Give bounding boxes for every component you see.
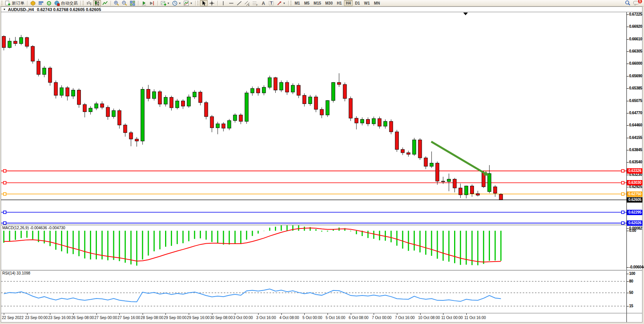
toolbar-grip[interactable] — [83, 1, 84, 5]
time-axis[interactable]: 22 Sep 202223 Sep 00:0023 Sep 16:0026 Se… — [1, 313, 626, 322]
rsi-chart-canvas[interactable]: RSI(14) 33.1098 — [1, 271, 626, 313]
search-icon — [625, 0, 631, 6]
autotrading-button[interactable]: 自动交易 — [53, 0, 79, 6]
price-tick-label: 0.64460 — [629, 123, 642, 128]
rsi-tick-label: 100 — [629, 271, 635, 276]
tf-button-MN[interactable]: MN — [372, 0, 382, 6]
svg-text:T: T — [270, 1, 272, 5]
indicators-button[interactable]: ▼ — [182, 0, 194, 6]
crosshair-button[interactable] — [208, 0, 216, 6]
new-order-icon — [5, 0, 11, 6]
svg-text:F: F — [256, 4, 258, 6]
price-axis[interactable]: 0.672250.669200.666100.663050.660000.656… — [626, 12, 642, 225]
tf-button-M30[interactable]: M30 — [323, 0, 334, 6]
chart-shift-button[interactable] — [148, 0, 156, 6]
market-depth-icon — [38, 0, 44, 6]
new-chart-button[interactable]: ▼ — [159, 0, 171, 6]
main-toolbar: 新订单 自动交易 ▼ ▼ ▼ E F A T ▼ M1M5M15M30H1H4D… — [0, 0, 644, 6]
macd-tick-label: 0.00 — [629, 228, 636, 233]
macd-label: MACD(12,26,9) -0.004636 -0.004730 — [2, 226, 65, 230]
tf-button-M1[interactable]: M1 — [293, 0, 302, 6]
shapes-button[interactable]: ▼ — [275, 0, 287, 6]
chart-symbol-title: AUDUSD-,H4 — [8, 7, 34, 12]
time-tick-label: 22 Sep 2022 — [2, 316, 24, 320]
price-tag: 0.62750 — [627, 192, 642, 197]
equidistant-channel-button[interactable]: E — [243, 0, 251, 6]
time-tick — [119, 313, 120, 315]
price-tick-label: 0.66305 — [629, 49, 642, 54]
time-tick — [351, 313, 351, 315]
toolbar-separator — [217, 1, 218, 6]
candlestick-chart-button[interactable] — [93, 0, 101, 6]
rsi-label: RSI(14) 33.1098 — [2, 271, 30, 275]
fibonacci-button[interactable]: F — [251, 0, 259, 6]
time-tick — [4, 313, 4, 315]
cursor-button[interactable] — [200, 0, 208, 6]
time-tick — [328, 313, 328, 315]
new-order-button[interactable]: 新订单 — [4, 0, 26, 6]
shapes-arrow-icon — [276, 0, 282, 6]
tf-button-D1[interactable]: D1 — [353, 0, 362, 6]
gold-cube-icon — [30, 0, 36, 6]
equidistant-channel-icon: E — [244, 0, 250, 6]
toolbar-grip[interactable] — [2, 1, 3, 5]
tf-button-H1[interactable]: H1 — [335, 0, 344, 6]
bar-chart-button[interactable] — [85, 0, 93, 6]
time-tick-label: 3 Oct 16:00 — [256, 316, 276, 320]
vertical-line-button[interactable] — [219, 0, 227, 6]
tf-button-H4[interactable]: H4 — [344, 0, 353, 6]
chevron-down-icon: ▼ — [178, 2, 181, 5]
auto-scroll-button[interactable] — [140, 0, 148, 6]
price-tick-label: 0.63540 — [629, 160, 642, 164]
metaeditor-button[interactable] — [29, 0, 37, 6]
zoom-in-icon — [114, 0, 119, 6]
chevron-down-icon: ▼ — [190, 2, 193, 5]
zoom-in-button[interactable] — [112, 0, 120, 6]
signal-icon — [46, 0, 52, 6]
tile-windows-icon — [130, 0, 135, 6]
market-depth-button[interactable] — [37, 0, 45, 6]
text-button[interactable]: A — [259, 0, 267, 6]
price-chart-canvas[interactable] — [1, 12, 626, 225]
rsi-tick-label: 50 — [629, 290, 633, 295]
time-tick-label: 6 Oct 08:00 — [349, 316, 369, 320]
time-tick-label: 26 Sep 08:00 — [71, 316, 94, 320]
indicators-icon — [183, 0, 189, 6]
periodicity-button[interactable]: ▼ — [171, 0, 182, 6]
price-tick-label: 0.64155 — [629, 136, 642, 140]
search-button[interactable] — [623, 0, 632, 6]
rsi-axis[interactable]: 100805015 — [626, 271, 642, 313]
line-chart-icon — [102, 0, 108, 6]
zoom-out-button[interactable] — [120, 0, 128, 6]
chart-dropdown-icon[interactable]: ▼ — [3, 8, 6, 11]
signals-button[interactable] — [45, 0, 53, 6]
line-chart-button[interactable] — [101, 0, 109, 6]
zoom-out-icon — [122, 0, 127, 6]
vertical-line-icon — [220, 0, 226, 6]
tile-windows-button[interactable] — [128, 0, 137, 6]
notification-badge: 1 — [638, 0, 642, 4]
notifications-button[interactable]: 1 — [632, 0, 641, 6]
macd-axis[interactable]: 0.000820.00-0.006044 — [626, 225, 642, 270]
time-tick — [397, 313, 397, 315]
time-tick — [466, 313, 467, 315]
macd-chart-canvas[interactable]: MACD(12,26,9) -0.004636 -0.004730 — [1, 225, 626, 270]
time-axis-row: 22 Sep 202223 Sep 00:0023 Sep 16:0026 Se… — [1, 313, 642, 322]
price-tick-label: 0.64770 — [629, 111, 642, 115]
tf-button-M5[interactable]: M5 — [302, 0, 312, 6]
tf-button-W1[interactable]: W1 — [362, 0, 372, 6]
toolbar-separator — [138, 1, 138, 6]
toolbar-grip[interactable] — [198, 1, 199, 5]
rsi-pane-row: RSI(14) 33.1098 100805015 — [1, 271, 642, 313]
horizontal-line-icon — [228, 0, 234, 6]
text-label-button[interactable]: T — [267, 0, 275, 6]
tf-button-M15[interactable]: M15 — [312, 0, 323, 6]
trendline-button[interactable] — [235, 0, 243, 6]
toolbar-grip[interactable] — [291, 1, 292, 5]
chart-title-bar: ▼ AUDUSD-,H4 0.62743 0.62768 0.62605 0.6… — [1, 7, 642, 12]
time-tick-label: 11 Oct 00:00 — [441, 316, 463, 320]
time-tick-label: 28 Sep 08:00 — [141, 316, 164, 320]
toolbar-separator — [111, 1, 111, 6]
horizontal-line-button[interactable] — [227, 0, 235, 6]
macd-pane-row: MACD(12,26,9) -0.004636 -0.004730 0.0008… — [1, 225, 642, 270]
